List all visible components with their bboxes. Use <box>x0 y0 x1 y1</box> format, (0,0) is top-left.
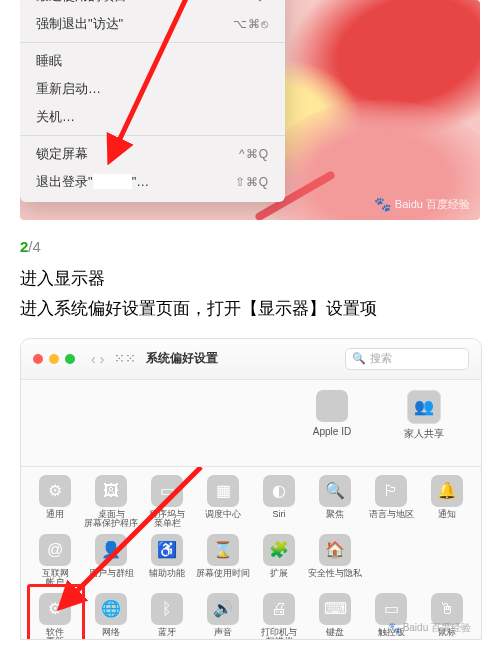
software-update-icon: ⚙ <box>39 593 71 625</box>
page: 最近使用的项目 ▶ 强制退出"访达" ⌥⌘⎋ 睡眠 重新启动… 关机… 锁定屏幕… <box>0 0 500 660</box>
menu-force-quit[interactable]: 强制退出"访达" ⌥⌘⎋ <box>20 10 285 38</box>
language-icon: 🏳 <box>375 475 407 507</box>
extensions-icon: 🧩 <box>263 534 295 566</box>
pref-bluetooth[interactable]: ᛒ蓝牙 <box>139 593 195 640</box>
pref-security[interactable]: 🏠安全性与隐私 <box>307 534 363 589</box>
accessibility-icon: ♿ <box>151 534 183 566</box>
spotlight-icon: 🔍 <box>319 475 351 507</box>
security-icon: 🏠 <box>319 534 351 566</box>
baidu-paw-icon-2: 🐾 <box>388 622 400 633</box>
menu-force-quit-shortcut: ⌥⌘⎋ <box>233 15 269 33</box>
users-icon: 👤 <box>95 534 127 566</box>
system-preferences-window: ‹ › ⁙⁙ 系统偏好设置 🔍 搜索 Apple ID 👥 家人共享 ⚙通用 <box>20 338 482 640</box>
window-controls <box>33 354 75 364</box>
forward-button[interactable]: › <box>100 351 105 367</box>
siri-icon: ◐ <box>263 475 295 507</box>
menu-recent-label: 最近使用的项目 <box>36 0 127 5</box>
chevron-right-icon: ▶ <box>259 0 269 5</box>
pref-general[interactable]: ⚙通用 <box>27 475 83 530</box>
menu-sleep-label: 睡眠 <box>36 52 62 70</box>
window-title: 系统偏好设置 <box>146 350 218 367</box>
back-button[interactable]: ‹ <box>91 351 96 367</box>
pref-mission-control[interactable]: ▦调度中心 <box>195 475 251 530</box>
step-description: 进入系统偏好设置页面，打开【显示器】设置项 <box>20 296 480 322</box>
pref-accessibility[interactable]: ♿辅助功能 <box>139 534 195 589</box>
baidu-watermark-text: Baidu 百度经验 <box>395 197 470 212</box>
pref-siri[interactable]: ◐Siri <box>251 475 307 530</box>
baidu-watermark-2: 🐾 Baidu 百度经验 <box>388 621 471 635</box>
printer-icon: 🖨 <box>263 593 295 625</box>
titlebar: ‹ › ⁙⁙ 系统偏好设置 🔍 搜索 <box>21 339 481 380</box>
general-icon: ⚙ <box>39 475 71 507</box>
bluetooth-icon: ᛒ <box>151 593 183 625</box>
zoom-button[interactable] <box>65 354 75 364</box>
baidu-watermark-text-2: Baidu 百度经验 <box>403 621 471 635</box>
step-title: 进入显示器 <box>20 267 480 290</box>
menu-logout-shortcut: ⇧⌘Q <box>235 173 269 191</box>
pref-extensions[interactable]: 🧩扩展 <box>251 534 307 589</box>
pref-internet-accounts[interactable]: @互联网帐户 <box>27 534 83 589</box>
menu-lock[interactable]: 锁定屏幕 ^⌘Q <box>20 140 285 168</box>
pref-keyboard[interactable]: ⌨键盘 <box>307 593 363 640</box>
pref-dock[interactable]: ▭程序坞与菜单栏 <box>139 475 195 530</box>
menu-lock-shortcut: ^⌘Q <box>239 145 269 163</box>
menu-restart-label: 重新启动… <box>36 80 101 98</box>
keyboard-icon: ⌨ <box>319 593 351 625</box>
nav-buttons: ‹ › <box>91 351 104 367</box>
hero-apple-id[interactable]: Apple ID <box>305 390 359 437</box>
apple-menu-screenshot: 最近使用的项目 ▶ 强制退出"访达" ⌥⌘⎋ 睡眠 重新启动… 关机… 锁定屏幕… <box>20 0 480 220</box>
dock-icon: ▭ <box>151 475 183 507</box>
pref-language[interactable]: 🏳语言与地区 <box>363 475 419 530</box>
step-total: /4 <box>28 238 41 255</box>
desktop-icon: 🖼 <box>95 475 127 507</box>
family-icon: 👥 <box>407 390 441 424</box>
grid-icon[interactable]: ⁙⁙ <box>114 351 136 366</box>
menu-restart[interactable]: 重新启动… <box>20 75 285 103</box>
search-icon: 🔍 <box>352 352 366 365</box>
pref-spotlight[interactable]: 🔍聚焦 <box>307 475 363 530</box>
mission-icon: ▦ <box>207 475 239 507</box>
pref-sound[interactable]: 🔊声音 <box>195 593 251 640</box>
menu-force-quit-label: 强制退出"访达" <box>36 15 123 33</box>
preferences-grid: ⚙通用 🖼桌面与屏幕保护程序 ▭程序坞与菜单栏 ▦调度中心 ◐Siri 🔍聚焦 … <box>21 467 481 640</box>
pref-notifications[interactable]: 🔔通知 <box>419 475 475 530</box>
pref-network[interactable]: 🌐网络 <box>83 593 139 640</box>
apple-menu: 最近使用的项目 ▶ 强制退出"访达" ⌥⌘⎋ 睡眠 重新启动… 关机… 锁定屏幕… <box>20 0 285 202</box>
search-field[interactable]: 🔍 搜索 <box>345 348 469 370</box>
baidu-paw-icon: 🐾 <box>374 196 391 212</box>
apple-icon <box>316 390 348 422</box>
network-icon: 🌐 <box>95 593 127 625</box>
step-counter: 2/4 <box>20 238 480 255</box>
menu-sleep[interactable]: 睡眠 <box>20 47 285 75</box>
notification-icon: 🔔 <box>431 475 463 507</box>
pref-printers[interactable]: 🖨打印机与扫描仪 <box>251 593 307 640</box>
menu-lock-label: 锁定屏幕 <box>36 145 88 163</box>
menu-shutdown[interactable]: 关机… <box>20 103 285 131</box>
close-button[interactable] <box>33 354 43 364</box>
pref-users[interactable]: 👤用户与群组 <box>83 534 139 589</box>
menu-logout[interactable]: 退出登录" "… ⇧⌘Q <box>20 168 285 196</box>
hero-row: Apple ID 👥 家人共享 <box>21 380 481 460</box>
hero-family-sharing[interactable]: 👥 家人共享 <box>397 390 451 439</box>
minimize-button[interactable] <box>49 354 59 364</box>
internet-icon: @ <box>39 534 71 566</box>
menu-shutdown-label: 关机… <box>36 108 75 126</box>
hero-apple-label: Apple ID <box>313 426 351 437</box>
screentime-icon: ⌛ <box>207 534 239 566</box>
menu-logout-label: 退出登录" "… <box>36 173 149 191</box>
hero-family-label: 家人共享 <box>404 428 444 439</box>
pref-software-update[interactable]: ⚙软件更新 <box>27 593 83 640</box>
baidu-watermark: 🐾 Baidu 百度经验 <box>374 196 470 212</box>
menu-recent-items[interactable]: 最近使用的项目 ▶ <box>20 0 285 10</box>
search-placeholder: 搜索 <box>370 351 392 366</box>
pref-screen-time[interactable]: ⌛屏幕使用时间 <box>195 534 251 589</box>
sound-icon: 🔊 <box>207 593 239 625</box>
pref-desktop[interactable]: 🖼桌面与屏幕保护程序 <box>83 475 139 530</box>
